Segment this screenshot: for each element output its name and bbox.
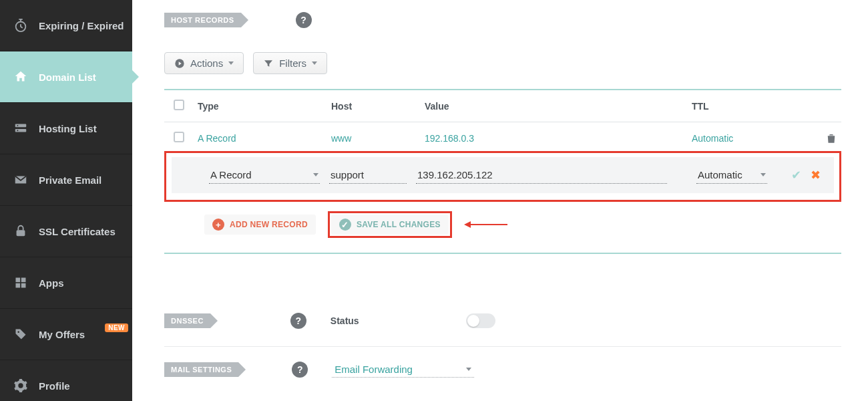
record-actions: + ADD NEW RECORD ✓ SAVE ALL CHANGES bbox=[164, 211, 841, 238]
sidebar-item-apps[interactable]: Apps bbox=[0, 257, 132, 309]
svg-rect-7 bbox=[21, 278, 26, 283]
save-label: SAVE ALL CHANGES bbox=[357, 220, 441, 229]
caret-down-icon bbox=[313, 173, 318, 176]
sidebar: Expiring / Expired Domain List Hosting L… bbox=[0, 0, 132, 401]
sidebar-item-label: Apps bbox=[39, 277, 132, 289]
ttl-select[interactable]: Automatic bbox=[696, 166, 767, 184]
play-circle-icon bbox=[174, 58, 185, 69]
section-tag-host-records: HOST RECORDS bbox=[164, 13, 241, 27]
sidebar-item-domain-list[interactable]: Domain List bbox=[0, 51, 132, 103]
save-all-changes-button[interactable]: ✓ SAVE ALL CHANGES bbox=[331, 215, 449, 235]
save-highlight: ✓ SAVE ALL CHANGES bbox=[328, 211, 452, 238]
svg-point-4 bbox=[17, 130, 19, 131]
caret-down-icon bbox=[466, 368, 471, 371]
th-value: Value bbox=[425, 101, 692, 112]
sidebar-item-label: Expiring / Expired bbox=[39, 20, 132, 31]
status-label: Status bbox=[331, 315, 359, 326]
filters-label: Filters bbox=[279, 57, 306, 69]
filters-dropdown[interactable]: Filters bbox=[253, 52, 327, 74]
sidebar-item-my-offers[interactable]: My Offers NEW bbox=[0, 309, 132, 360]
delete-row-button[interactable] bbox=[825, 132, 837, 144]
edit-row: A Record Automatic ✔ ✖ bbox=[172, 157, 834, 193]
plus-circle-icon: + bbox=[212, 219, 224, 231]
trash-icon bbox=[825, 132, 837, 144]
sidebar-item-ssl[interactable]: SSL Certificates bbox=[0, 206, 132, 257]
sidebar-item-label: SSL Certificates bbox=[39, 226, 132, 237]
grid-icon bbox=[12, 274, 29, 291]
cancel-row-button[interactable]: ✖ bbox=[811, 168, 821, 182]
check-circle-icon: ✓ bbox=[339, 219, 351, 231]
type-select-value: A Record bbox=[210, 169, 252, 180]
section-mail: MAIL SETTINGS ? Email Forwarding bbox=[164, 362, 841, 378]
divider bbox=[164, 253, 841, 254]
cell-value[interactable]: 192.168.0.3 bbox=[425, 133, 692, 144]
annotation-arrow bbox=[464, 221, 507, 228]
add-new-record-button[interactable]: + ADD NEW RECORD bbox=[204, 215, 316, 235]
svg-rect-5 bbox=[17, 230, 25, 236]
gear-icon bbox=[12, 377, 29, 394]
table-header: Type Host Value TTL bbox=[164, 90, 841, 122]
dnssec-toggle[interactable] bbox=[466, 313, 495, 328]
new-badge: NEW bbox=[105, 323, 128, 332]
cell-type[interactable]: A Record bbox=[198, 133, 331, 144]
mail-forwarding-select[interactable]: Email Forwarding bbox=[332, 362, 474, 378]
table-row: A Record www 192.168.0.3 Automatic bbox=[164, 122, 841, 154]
sidebar-item-label: My Offers bbox=[39, 329, 109, 340]
sidebar-item-label: Domain List bbox=[39, 72, 132, 83]
svg-rect-1 bbox=[15, 124, 27, 128]
value-input[interactable] bbox=[416, 166, 667, 184]
mail-icon bbox=[12, 171, 29, 188]
svg-rect-6 bbox=[16, 278, 21, 283]
cell-ttl[interactable]: Automatic bbox=[692, 133, 792, 144]
help-icon[interactable]: ? bbox=[292, 362, 308, 378]
sidebar-item-profile[interactable]: Profile bbox=[0, 360, 132, 401]
row-checkbox[interactable] bbox=[174, 132, 184, 142]
sidebar-item-expiring[interactable]: Expiring / Expired bbox=[0, 0, 132, 51]
th-ttl: TTL bbox=[692, 101, 792, 112]
th-type: Type bbox=[198, 101, 331, 112]
sidebar-item-hosting-list[interactable]: Hosting List bbox=[0, 103, 132, 154]
svg-rect-8 bbox=[16, 283, 21, 288]
confirm-row-button[interactable]: ✔ bbox=[791, 168, 801, 182]
th-host: Host bbox=[331, 101, 425, 112]
ttl-select-value: Automatic bbox=[698, 169, 742, 180]
tag-icon bbox=[12, 325, 29, 343]
sidebar-item-label: Profile bbox=[39, 380, 132, 392]
section-dnssec: DNSSEC ? Status bbox=[164, 313, 841, 329]
sidebar-item-label: Hosting List bbox=[39, 123, 132, 134]
mail-forwarding-value: Email Forwarding bbox=[335, 364, 413, 375]
host-input[interactable] bbox=[329, 166, 407, 184]
svg-rect-9 bbox=[21, 283, 26, 288]
help-icon[interactable]: ? bbox=[296, 12, 312, 28]
main-content: HOST RECORDS ? Actions Filters Type Host… bbox=[132, 0, 868, 378]
section-host-records-header: HOST RECORDS ? bbox=[164, 12, 841, 28]
svg-rect-2 bbox=[15, 129, 27, 132]
svg-point-3 bbox=[17, 125, 19, 126]
server-icon bbox=[12, 120, 29, 137]
actions-label: Actions bbox=[190, 57, 223, 69]
divider bbox=[164, 346, 841, 347]
cell-host[interactable]: www bbox=[331, 133, 425, 144]
help-icon[interactable]: ? bbox=[290, 313, 306, 329]
toolbar: Actions Filters bbox=[164, 52, 841, 74]
section-tag-dnssec: DNSSEC bbox=[164, 313, 210, 328]
stopwatch-icon bbox=[12, 17, 29, 34]
home-icon bbox=[12, 68, 29, 86]
edit-row-highlight: A Record Automatic ✔ ✖ bbox=[164, 151, 841, 202]
svg-point-10 bbox=[17, 331, 19, 333]
add-label: ADD NEW RECORD bbox=[230, 220, 308, 229]
caret-down-icon bbox=[228, 61, 234, 65]
sidebar-item-private-email[interactable]: Private Email bbox=[0, 154, 132, 206]
actions-dropdown[interactable]: Actions bbox=[164, 52, 244, 74]
type-select[interactable]: A Record bbox=[209, 166, 320, 184]
lock-icon bbox=[12, 223, 29, 240]
sidebar-item-label: Private Email bbox=[39, 174, 132, 186]
select-all-checkbox[interactable] bbox=[174, 100, 184, 110]
funnel-icon bbox=[263, 58, 274, 69]
caret-down-icon bbox=[761, 173, 766, 176]
caret-down-icon bbox=[312, 61, 317, 65]
section-tag-mail: MAIL SETTINGS bbox=[164, 362, 238, 377]
